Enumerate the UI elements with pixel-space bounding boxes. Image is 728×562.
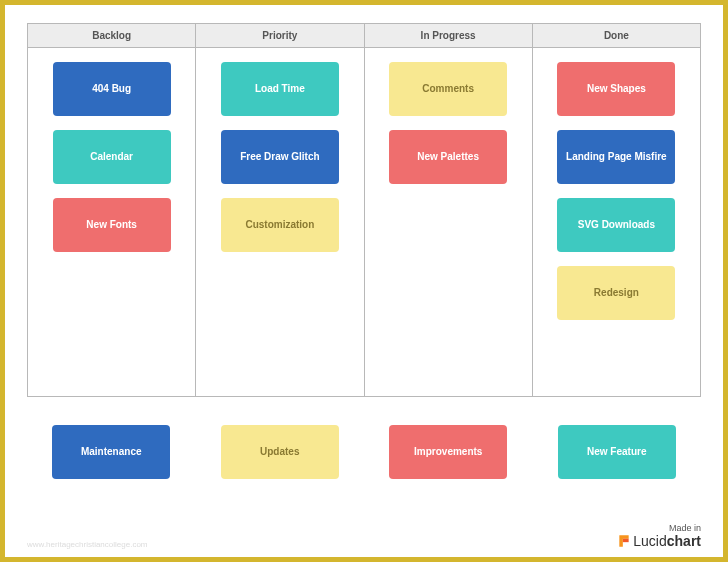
- brand-light: Lucid: [633, 533, 666, 549]
- card[interactable]: New Shapes: [557, 62, 675, 116]
- column-body: 404 Bug Calendar New Fonts: [28, 48, 195, 396]
- card[interactable]: Load Time: [221, 62, 339, 116]
- card[interactable]: Landing Page Misfire: [557, 130, 675, 184]
- made-in-label: Made in: [617, 523, 701, 533]
- kanban-board: Backlog 404 Bug Calendar New Fonts Prior…: [27, 23, 701, 397]
- card[interactable]: New Fonts: [53, 198, 171, 252]
- card[interactable]: Redesign: [557, 266, 675, 320]
- card[interactable]: Comments: [389, 62, 507, 116]
- card[interactable]: Customization: [221, 198, 339, 252]
- footer-attribution: Made in Lucidchart: [617, 523, 701, 549]
- column-header: Done: [533, 24, 700, 48]
- column-header: In Progress: [365, 24, 532, 48]
- watermark-text: www.heritagechristiancollege.com: [27, 540, 148, 549]
- column-header: Priority: [196, 24, 363, 48]
- column-body: Comments New Palettes: [365, 48, 532, 396]
- column-header: Backlog: [28, 24, 195, 48]
- brand-bold: chart: [667, 533, 701, 549]
- diagram-canvas: Backlog 404 Bug Calendar New Fonts Prior…: [5, 5, 723, 557]
- column-body: Load Time Free Draw Glitch Customization: [196, 48, 363, 396]
- column-done: Done New Shapes Landing Page Misfire SVG…: [533, 24, 700, 396]
- column-body: New Shapes Landing Page Misfire SVG Down…: [533, 48, 700, 396]
- column-in-progress: In Progress Comments New Palettes: [365, 24, 533, 396]
- column-priority: Priority Load Time Free Draw Glitch Cust…: [196, 24, 364, 396]
- legend-row: Maintenance Updates Improvements New Fea…: [27, 397, 701, 479]
- card[interactable]: New Palettes: [389, 130, 507, 184]
- legend-card-maintenance[interactable]: Maintenance: [52, 425, 170, 479]
- lucidchart-logo-icon: [617, 534, 631, 548]
- card[interactable]: 404 Bug: [53, 62, 171, 116]
- brand-label: Lucidchart: [617, 533, 701, 549]
- legend-card-improvements[interactable]: Improvements: [389, 425, 507, 479]
- card[interactable]: Calendar: [53, 130, 171, 184]
- column-backlog: Backlog 404 Bug Calendar New Fonts: [28, 24, 196, 396]
- card[interactable]: Free Draw Glitch: [221, 130, 339, 184]
- card[interactable]: SVG Downloads: [557, 198, 675, 252]
- legend-card-updates[interactable]: Updates: [221, 425, 339, 479]
- legend-card-new-feature[interactable]: New Feature: [558, 425, 676, 479]
